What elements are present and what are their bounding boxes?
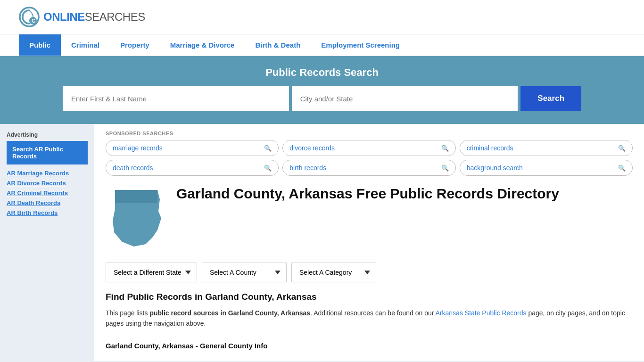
svg-text:G: G <box>32 18 36 24</box>
sponsored-pill-marriage[interactable]: marriage records 🔍 <box>106 140 279 156</box>
sponsored-label: SPONSORED SEARCHES <box>106 131 633 136</box>
main-nav: Public Criminal Property Marriage & Divo… <box>0 34 644 56</box>
main-wrapper: Advertising Search AR Public Records AR … <box>0 124 644 361</box>
nav-property[interactable]: Property <box>110 34 160 56</box>
search-button[interactable]: Search <box>520 86 581 111</box>
search-icon-marriage: 🔍 <box>264 145 272 152</box>
logo-icon: G <box>19 7 40 27</box>
sponsored-pill-criminal[interactable]: criminal records 🔍 <box>460 140 633 156</box>
sidebar-link-criminal[interactable]: AR Criminal Records <box>7 188 88 198</box>
section-divider <box>106 334 633 334</box>
search-fields-container: Search <box>63 86 581 111</box>
page-title-area: Garland County, Arkansas Free Public Rec… <box>176 185 559 202</box>
search-icon-criminal: 🔍 <box>618 145 626 152</box>
sidebar-link-marriage[interactable]: AR Marriage Records <box>7 168 88 178</box>
sidebar-link-divorce[interactable]: AR Divorce Records <box>7 178 88 188</box>
sponsored-pill-divorce[interactable]: divorce records 🔍 <box>282 140 455 156</box>
sidebar: Advertising Search AR Public Records AR … <box>0 124 94 361</box>
sidebar-ad-box[interactable]: Search AR Public Records <box>7 141 88 165</box>
sidebar-link-death[interactable]: AR Death Records <box>7 198 88 208</box>
county-dropdown[interactable]: Select A County <box>202 263 287 282</box>
find-records-body: This page lists public record sources in… <box>106 308 633 329</box>
site-header: G ONLINESEARCHES <box>0 0 644 34</box>
search-icon-background: 🔍 <box>618 165 626 172</box>
logo[interactable]: G ONLINESEARCHES <box>19 7 145 27</box>
state-records-link[interactable]: Arkansas State Public Records <box>436 309 527 317</box>
sidebar-link-birth[interactable]: AR Birth Records <box>7 208 88 218</box>
search-icon-death: 🔍 <box>264 165 272 172</box>
find-records-title: Find Public Records in Garland County, A… <box>106 292 633 302</box>
nav-marriage-divorce[interactable]: Marriage & Divorce <box>160 34 245 56</box>
sidebar-ad-label: Advertising <box>7 132 88 138</box>
sponsored-grid: marriage records 🔍 divorce records 🔍 cri… <box>106 140 633 176</box>
nav-criminal[interactable]: Criminal <box>61 34 110 56</box>
sponsored-pill-birth[interactable]: birth records 🔍 <box>282 160 455 176</box>
main-content: SPONSORED SEARCHES marriage records 🔍 di… <box>94 124 644 361</box>
location-input[interactable] <box>292 86 518 111</box>
nav-public[interactable]: Public <box>19 34 61 56</box>
search-icon-divorce: 🔍 <box>441 145 449 152</box>
search-icon-birth: 🔍 <box>441 165 449 172</box>
sponsored-pill-background[interactable]: background search 🔍 <box>460 160 633 176</box>
name-input[interactable] <box>63 86 289 111</box>
nav-employment[interactable]: Employment Screening <box>311 34 410 56</box>
state-section: Garland County, Arkansas Free Public Rec… <box>106 185 633 253</box>
dropdowns-row: Select a Different State Select A County… <box>106 263 633 282</box>
state-map <box>106 185 167 253</box>
search-banner: Public Records Search Search <box>0 56 644 124</box>
general-info-title: Garland County, Arkansas - General Count… <box>106 339 633 350</box>
search-banner-title: Public Records Search <box>19 66 625 79</box>
sponsored-pill-death[interactable]: death records 🔍 <box>106 160 279 176</box>
page-title: Garland County, Arkansas Free Public Rec… <box>176 185 559 202</box>
nav-birth-death[interactable]: Birth & Death <box>245 34 311 56</box>
category-dropdown[interactable]: Select A Category <box>291 263 376 282</box>
logo-text: ONLINESEARCHES <box>43 10 145 24</box>
state-dropdown[interactable]: Select a Different State <box>106 263 197 282</box>
arkansas-map-svg <box>106 185 167 251</box>
